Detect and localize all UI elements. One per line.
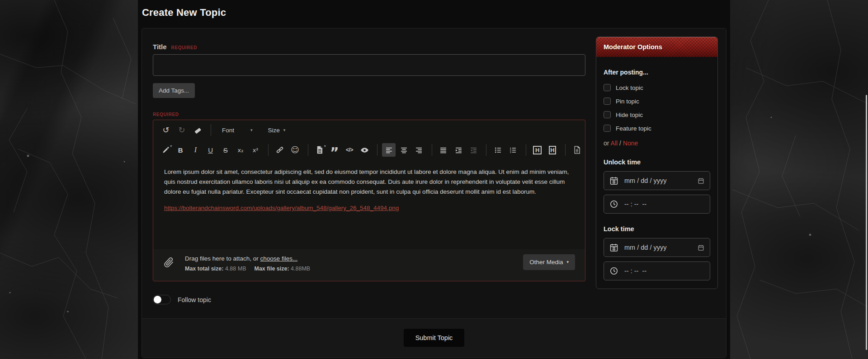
source-page-button[interactable]: [570, 143, 584, 157]
attach-text-block: Drag files here to attach, or choose fil…: [185, 255, 310, 272]
unordered-list-button[interactable]: [491, 143, 505, 157]
editor-content-area[interactable]: Lorem ipsum dolor sit amet, consectetur …: [153, 160, 585, 249]
title-label: Title: [153, 43, 167, 51]
align-center-button[interactable]: [397, 143, 410, 157]
title-input[interactable]: [153, 54, 585, 76]
outdent-icon: [470, 146, 477, 154]
max-file-value: 4.88MB: [291, 266, 310, 272]
undo-button[interactable]: ↺: [159, 123, 173, 137]
hide-topic-checkbox[interactable]: [604, 111, 611, 118]
add-tags-button[interactable]: Add Tags...: [153, 83, 195, 98]
unlock-date-input[interactable]: mm / dd / yyyy: [604, 171, 710, 190]
editor-link-row: https://bolterandchainsword.com/uploads/…: [164, 204, 574, 212]
paperclip-icon: [163, 256, 175, 270]
drag-files-text: Drag files here to attach, or: [185, 255, 260, 262]
align-justify-button[interactable]: [437, 143, 450, 157]
eraser-icon: [193, 126, 202, 135]
submit-topic-button[interactable]: Submit Topic: [404, 329, 465, 347]
outdent-button[interactable]: [467, 143, 480, 157]
code-button[interactable]: </>: [343, 143, 356, 157]
header-alt-icon: H: [549, 146, 556, 154]
unlock-time-input[interactable]: -- : -- --: [604, 195, 710, 214]
insert-link-button[interactable]: [273, 143, 287, 157]
lock-time-placeholder: -- : -- --: [624, 267, 646, 275]
calendar-icon: [609, 176, 618, 185]
other-media-button[interactable]: Other Media ▾: [523, 254, 575, 270]
select-all-none-row: or All / None: [604, 140, 710, 147]
checkbox-row-pin-topic[interactable]: Pin topic: [604, 98, 710, 105]
title-field-header: Title REQUIRED: [153, 43, 585, 51]
checkbox-row-lock-topic[interactable]: Lock topic: [604, 84, 710, 91]
attach-limits: Max total size: 4.88 MB Max file size: 4…: [185, 266, 310, 272]
editor-link[interactable]: https://bolterandchainsword.com/uploads/…: [164, 205, 399, 211]
chevron-down-icon: ▾: [324, 144, 326, 148]
size-dropdown-label: Size: [268, 127, 280, 134]
clock-icon: [609, 266, 618, 275]
pin-topic-checkbox[interactable]: [604, 98, 611, 105]
size-dropdown[interactable]: Size ▾: [268, 127, 286, 134]
moderator-options-column: Moderator Options After posting... Lock …: [596, 37, 718, 318]
toolbar-divider: [486, 144, 486, 156]
editor-toolbar-row-1: ↺ ↻ Font ▾ Size ▾: [153, 120, 585, 140]
bold-button[interactable]: B: [174, 143, 187, 157]
follow-topic-label: Follow topic: [178, 296, 211, 303]
ordered-list-button[interactable]: 123: [506, 143, 519, 157]
preview-button[interactable]: [358, 143, 371, 157]
font-dropdown-label: Font: [222, 127, 234, 134]
panel-footer: Submit Topic: [142, 318, 726, 358]
remove-format-button[interactable]: [190, 123, 205, 137]
redo-icon: ↻: [178, 126, 185, 134]
create-topic-panel: Title REQUIRED Add Tags... REQUIRED ↺ ↻: [142, 28, 726, 358]
align-right-button[interactable]: [412, 143, 426, 157]
max-total-value: 4.88 MB: [225, 266, 246, 272]
attach-instruction: Drag files here to attach, or choose fil…: [185, 255, 310, 262]
quote-button[interactable]: ”: [328, 143, 341, 157]
choose-files-link[interactable]: choose files...: [260, 255, 298, 262]
subscript-button[interactable]: x₂: [234, 143, 247, 157]
rich-text-editor: ↺ ↻ Font ▾ Size ▾: [153, 120, 585, 281]
insert-page-button[interactable]: ▾: [313, 143, 326, 157]
header-alt-button[interactable]: H: [546, 143, 559, 157]
svg-text:3: 3: [510, 150, 511, 153]
redo-button[interactable]: ↻: [175, 123, 189, 137]
follow-topic-toggle[interactable]: [153, 295, 171, 304]
header-button[interactable]: H: [531, 143, 544, 157]
moderator-options-content: After posting... Lock topic Pin topic Hi…: [596, 57, 717, 289]
chevron-down-icon: ▾: [170, 144, 172, 148]
font-dropdown[interactable]: Font ▾: [222, 127, 253, 134]
text-color-button[interactable]: ▾: [159, 143, 172, 157]
date-picker-icon[interactable]: [698, 244, 704, 251]
feature-topic-label: Feature topic: [616, 125, 651, 132]
select-all-link[interactable]: All: [611, 140, 618, 147]
select-none-link[interactable]: None: [623, 140, 638, 147]
or-text: or: [604, 140, 611, 147]
indent-button[interactable]: [452, 143, 465, 157]
pin-topic-label: Pin topic: [616, 98, 639, 105]
italic-button[interactable]: I: [189, 143, 202, 157]
emoji-icon: ☺: [291, 146, 299, 154]
lock-topic-checkbox[interactable]: [604, 84, 611, 91]
strikethrough-button[interactable]: S: [219, 143, 232, 157]
topic-form: Title REQUIRED Add Tags... REQUIRED ↺ ↻: [153, 37, 585, 318]
lock-topic-label: Lock topic: [616, 84, 643, 91]
align-left-button[interactable]: [382, 143, 396, 157]
feature-topic-checkbox[interactable]: [604, 125, 611, 132]
slash-separator: /: [618, 140, 623, 147]
attachment-dropzone[interactable]: Drag files here to attach, or choose fil…: [153, 249, 585, 281]
checkbox-row-hide-topic[interactable]: Hide topic: [604, 111, 710, 118]
hide-topic-label: Hide topic: [616, 112, 643, 118]
editor-required-row: REQUIRED: [153, 110, 585, 118]
date-picker-icon[interactable]: [698, 177, 704, 184]
lock-date-input[interactable]: mm / dd / yyyy: [604, 238, 710, 257]
underline-button[interactable]: U: [204, 143, 217, 157]
toolbar-divider: [526, 144, 526, 156]
checkbox-row-feature-topic[interactable]: Feature topic: [604, 125, 710, 132]
eye-icon: [360, 146, 369, 154]
lock-time-input[interactable]: -- : -- --: [604, 261, 710, 280]
page-icon: [316, 146, 323, 154]
calendar-icon: [609, 243, 618, 252]
page-scrollbar-thumb[interactable]: [866, 95, 867, 350]
emoji-button[interactable]: ☺: [288, 143, 302, 157]
lock-time-label: Lock time: [604, 225, 710, 233]
superscript-button[interactable]: x²: [249, 143, 262, 157]
